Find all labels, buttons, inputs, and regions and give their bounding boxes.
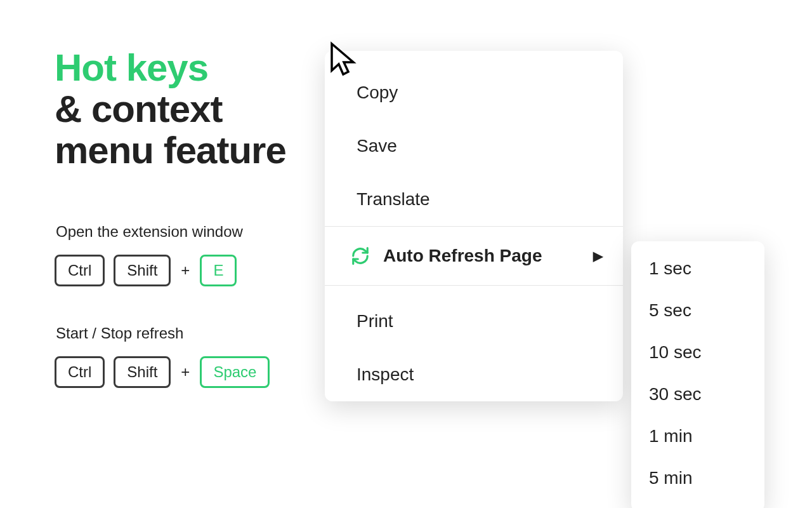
context-menu: Copy Save Translate Auto Refresh Page ▶ … — [325, 51, 623, 401]
refresh-icon — [350, 246, 370, 266]
title-green-part: Hot keys — [55, 46, 208, 89]
key-shift: Shift — [114, 255, 171, 286]
hotkey-label: Start / Stop refresh — [56, 324, 308, 342]
chevron-right-icon: ▶ — [593, 248, 603, 264]
submenu-item-5min[interactable]: 5 min — [631, 457, 764, 499]
menu-item-label: Auto Refresh Page — [383, 246, 580, 266]
cursor-icon — [327, 41, 360, 81]
title-black-part: & context menu feature — [55, 88, 286, 171]
hotkey-open-extension: Open the extension window Ctrl Shift + E — [55, 223, 308, 286]
menu-item-auto-refresh[interactable]: Auto Refresh Page ▶ — [325, 226, 623, 286]
menu-item-copy[interactable]: Copy — [325, 51, 623, 119]
submenu-item-5sec[interactable]: 5 sec — [631, 290, 764, 331]
key-shift: Shift — [114, 356, 171, 388]
submenu-item-1sec[interactable]: 1 sec — [631, 248, 764, 290]
hotkey-row: Ctrl Shift + Space — [55, 356, 308, 388]
submenu-item-30sec[interactable]: 30 sec — [631, 373, 764, 415]
hotkey-row: Ctrl Shift + E — [55, 255, 308, 286]
menu-item-print[interactable]: Print — [325, 286, 623, 348]
hotkey-start-stop: Start / Stop refresh Ctrl Shift + Space — [55, 324, 308, 388]
hotkey-label: Open the extension window — [56, 223, 308, 241]
submenu: 1 sec 5 sec 10 sec 30 sec 1 min 5 min — [631, 241, 764, 508]
menu-item-translate[interactable]: Translate — [325, 173, 623, 226]
submenu-item-1min[interactable]: 1 min — [631, 415, 764, 457]
key-ctrl: Ctrl — [55, 255, 105, 286]
key-ctrl: Ctrl — [55, 356, 105, 388]
page-title: Hot keys & context menu feature — [55, 48, 308, 171]
key-space: Space — [200, 356, 270, 388]
plus-symbol: + — [181, 262, 190, 279]
plus-symbol: + — [181, 363, 190, 381]
menu-item-save[interactable]: Save — [325, 119, 623, 173]
submenu-item-10sec[interactable]: 10 sec — [631, 331, 764, 373]
menu-item-inspect[interactable]: Inspect — [325, 348, 623, 401]
key-e: E — [200, 255, 237, 286]
